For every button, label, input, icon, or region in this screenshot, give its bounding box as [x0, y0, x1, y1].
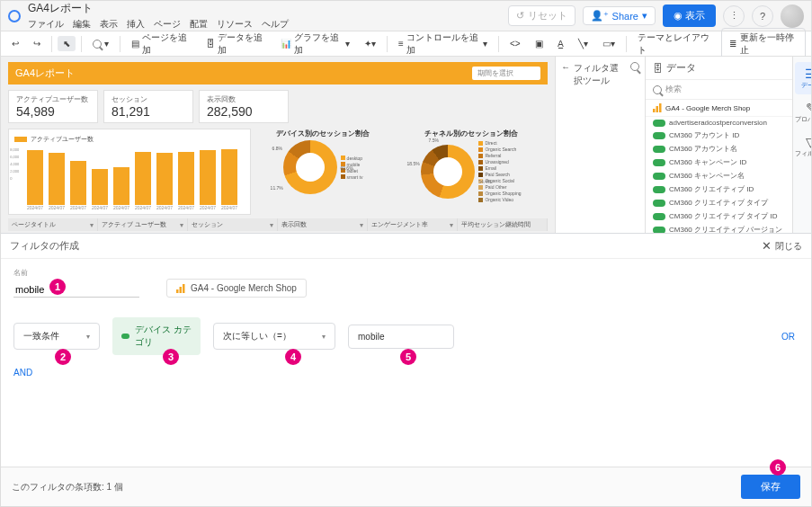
field-item[interactable]: CM360 アカウント名	[646, 142, 792, 156]
donut-device[interactable]: デバイス別のセッション割合 69.6% 11.7% 6.8% desktop m…	[260, 129, 386, 194]
document-title[interactable]: GA4レポート	[28, 1, 289, 16]
annotation-badge-3: 3	[163, 349, 179, 365]
side-tab-data[interactable]: ☰データ	[795, 62, 813, 94]
side-tab-property[interactable]: ✎プロパティ	[795, 96, 813, 129]
svg-rect-1	[656, 106, 659, 112]
datasource-row[interactable]: GA4 - Google Merch Shop	[646, 100, 792, 117]
panel-title: フィルタ選択ツール	[574, 62, 627, 87]
chart-title: デバイス別のセッション割合	[276, 129, 370, 138]
annotation-badge-5: 5	[400, 349, 416, 365]
annotation-badge-2: 2	[55, 349, 71, 365]
svg-rect-0	[653, 109, 656, 112]
redo-icon[interactable]: ↪	[28, 36, 46, 51]
filter-clause-count: このフィルタの条項数: 1 個	[12, 481, 123, 494]
ga-icon	[176, 284, 185, 293]
text-icon[interactable]: A̲	[552, 36, 569, 51]
field-item[interactable]: CM360 キャンペーン ID	[646, 156, 792, 169]
annotation-badge-1: 1	[49, 279, 66, 295]
datasource-name: GA4 - Google Merch Shop	[191, 283, 297, 293]
operator-select[interactable]: 次に等しい（=）▾	[213, 323, 335, 350]
help-icon[interactable]: ?	[752, 5, 773, 27]
donut-channel[interactable]: チャネル別のセッション割合 54.4% 18.5% 7.5% Direct Or…	[395, 129, 548, 202]
annotation-badge-4: 4	[285, 349, 301, 365]
svg-rect-2	[659, 103, 662, 112]
close-icon: ✕	[762, 239, 772, 253]
shape-icon[interactable]: ▭▾	[597, 36, 620, 51]
name-label: 名前	[13, 268, 139, 278]
field-search-input[interactable]: 検索	[646, 80, 792, 100]
report-canvas[interactable]: GA4レポート 期間を選択 アクティブユーザー数 54,989 セッション 81…	[1, 57, 555, 233]
kpi-label: セッション	[112, 94, 185, 104]
report-title: GA4レポート	[15, 67, 75, 80]
data-icon: 🗄	[653, 63, 663, 74]
zoom-icon[interactable]: ▾	[87, 36, 114, 51]
filter-name-input[interactable]	[13, 281, 139, 298]
datasource-name: GA4 - Google Merch Shop	[665, 104, 750, 112]
kpi-value: 54,989	[16, 104, 90, 119]
add-data-button[interactable]: 🗄 データを追加	[201, 29, 272, 59]
pencil-icon: ✎	[806, 101, 813, 115]
community-viz-icon[interactable]: ✦▾	[359, 36, 381, 51]
bar-chart[interactable]: アクティブユーザー数 2024/07/172024/07/182024/07/1…	[8, 129, 251, 215]
url-embed-icon[interactable]: <>	[504, 36, 526, 51]
kpi-card-views[interactable]: 表示回数 282,590	[199, 90, 289, 123]
field-item[interactable]: CM360 クリエイティブ バージョン	[646, 223, 792, 233]
funnel-icon: ▽	[806, 135, 812, 149]
field-item[interactable]: CM360 クリエイティブ タイプ	[646, 196, 792, 209]
close-button[interactable]: ✕閉じる	[762, 239, 802, 253]
side-tab-filterbar[interactable]: ▽フィルタバ	[795, 130, 813, 163]
datasource-selector[interactable]: GA4 - Google Merch Shop	[166, 279, 307, 298]
kpi-label: 表示回数	[207, 94, 281, 104]
svg-rect-5	[183, 284, 185, 293]
data-panel: 🗄データ 検索 GA4 - Google Merch Shop advertis…	[645, 57, 792, 233]
ga-icon	[653, 103, 662, 112]
user-avatar[interactable]	[781, 4, 804, 28]
back-arrow-icon[interactable]: ←	[561, 62, 570, 72]
looker-logo-icon	[8, 10, 21, 22]
bar-legend-label: アクティブユーザー数	[31, 135, 94, 144]
kpi-label: アクティブユーザー数	[16, 94, 90, 104]
field-item[interactable]: CM360 キャンペーン名	[646, 169, 792, 182]
field-item[interactable]: advertiseradcostperconversion	[646, 117, 792, 129]
share-button[interactable]: 👤⁺ Share ▾	[583, 6, 656, 25]
line-icon[interactable]: ╲▾	[573, 36, 593, 51]
value-input[interactable]: mobile	[348, 325, 454, 349]
select-tool-icon[interactable]: ⬉	[58, 36, 76, 51]
and-button[interactable]: AND	[13, 368, 32, 378]
menu-edit[interactable]: 編集	[73, 18, 91, 31]
field-item[interactable]: CM360 クリエイティブ ID	[646, 182, 792, 196]
save-button[interactable]: 保存	[741, 475, 800, 499]
table-header-row[interactable]: ページタイトル▾ アクティブ ユーザー数▾ セッション▾ 表示回数▾ エンゲージ…	[8, 218, 548, 231]
kpi-value: 81,291	[112, 104, 185, 119]
theme-button[interactable]: テーマとレイアウト	[632, 29, 718, 59]
pause-updates-button[interactable]: ≣ 更新を一時停止	[721, 28, 806, 60]
reset-button[interactable]: ↺ リセット	[508, 5, 576, 26]
kpi-card-active-users[interactable]: アクティブユーザー数 54,989	[8, 90, 98, 123]
annotation-badge-6: 6	[770, 459, 786, 476]
undo-icon[interactable]: ↩	[6, 36, 24, 51]
or-button[interactable]: OR	[781, 332, 799, 342]
panel-title: データ	[666, 61, 696, 75]
condition-type-select[interactable]: 一致条件▾	[13, 323, 100, 350]
dimension-select[interactable]: デバイス カテゴリ	[112, 317, 201, 355]
view-button[interactable]: ◉ 表示	[663, 4, 716, 27]
menu-file[interactable]: ファイル	[28, 18, 64, 31]
filter-create-dialog: フィルタの作成 ✕閉じる 名前 GA4 - Google Merch Shop …	[1, 233, 811, 506]
list-icon: ☰	[805, 67, 812, 81]
field-item[interactable]: CM360 クリエイティブ タイプ ID	[646, 209, 792, 223]
image-icon[interactable]: ▣	[530, 36, 549, 51]
date-range-control[interactable]: 期間を選択	[472, 67, 540, 80]
field-item[interactable]: CM360 アカウント ID	[646, 129, 792, 142]
more-options-icon[interactable]: ⋮	[723, 5, 745, 27]
svg-rect-3	[176, 289, 179, 293]
report-title-bar: GA4レポート 期間を選択	[8, 62, 548, 84]
search-icon[interactable]	[630, 62, 639, 71]
add-chart-button[interactable]: 📊 グラフを追加 ▾	[275, 29, 355, 59]
svg-rect-4	[180, 287, 183, 293]
add-control-button[interactable]: ≡ コントロールを追加 ▾	[393, 29, 493, 59]
kpi-card-sessions[interactable]: セッション 81,291	[103, 90, 193, 123]
dialog-title: フィルタの作成	[10, 239, 79, 253]
add-page-button[interactable]: ▤ ページを追加	[126, 29, 197, 59]
menu-view[interactable]: 表示	[100, 18, 118, 31]
kpi-value: 282,590	[207, 104, 281, 119]
